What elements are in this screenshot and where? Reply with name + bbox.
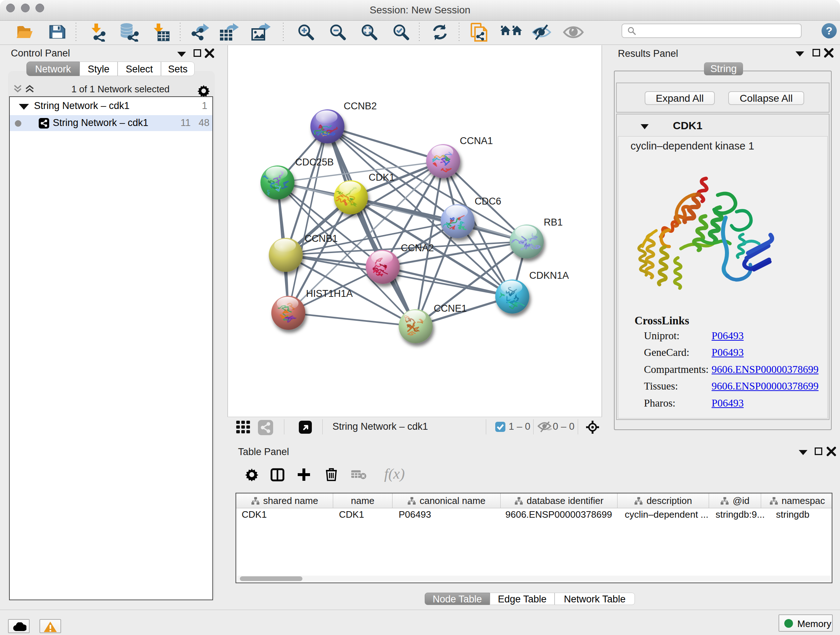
svg-text:CCNE1: CCNE1 <box>434 303 467 314</box>
svg-text:CCNB2: CCNB2 <box>344 101 377 111</box>
svg-text:CDK1: CDK1 <box>369 172 395 183</box>
svg-text:CCNA1: CCNA1 <box>460 135 493 146</box>
svg-text:HIST1H1A: HIST1H1A <box>306 288 353 299</box>
svg-text:RB1: RB1 <box>544 217 563 228</box>
svg-text:CDC25B: CDC25B <box>295 157 334 168</box>
svg-text:CDKN1A: CDKN1A <box>529 270 569 281</box>
svg-text:CCNB1: CCNB1 <box>305 233 338 244</box>
svg-text:CDC6: CDC6 <box>475 196 501 207</box>
svg-text:CCNA2: CCNA2 <box>401 242 434 253</box>
